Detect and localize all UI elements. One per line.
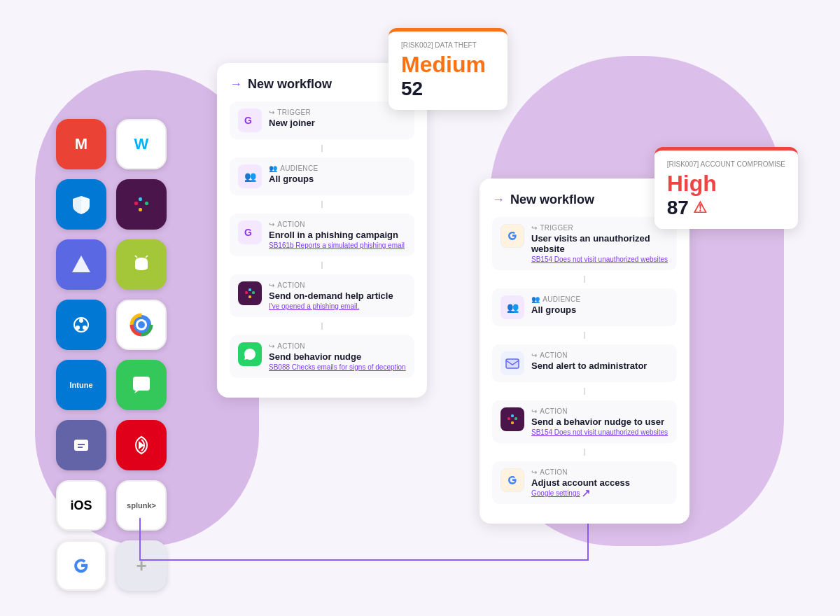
step-icon-google-r1: [500, 224, 524, 248]
app-icon-teams[interactable]: [56, 420, 106, 470]
workflow-left-title: → New workflow: [230, 77, 414, 92]
app-icon-defender[interactable]: [56, 179, 106, 230]
workflow-card-right: → New workflow ↪ Trigger User visits an …: [479, 178, 690, 524]
svg-line-8: [135, 255, 137, 258]
svg-rect-1: [139, 197, 142, 201]
workflow-left-step-4[interactable]: ↪ Action Send on-demand help article I'v…: [230, 274, 414, 317]
step-1-title: New joiner: [269, 118, 406, 128]
app-icon-ios[interactable]: iOS: [56, 480, 106, 531]
step-5-title: Send behavior nudge: [269, 351, 406, 362]
step-3-subtitle: SB161b Reports a simulated phishing emai…: [269, 241, 406, 249]
workflow-right-arrow: →: [492, 192, 505, 207]
risk-medium-code: [RISK002] DATA THEFT: [401, 41, 495, 49]
workflow-left-step-2[interactable]: 👥 👥 Audience All groups: [230, 158, 414, 195]
svg-point-11: [79, 318, 83, 323]
svg-rect-31: [507, 417, 510, 420]
step-icon-mail: [500, 351, 524, 375]
step-r1-subtitle: SB154 Does not visit unauthorized websit…: [531, 255, 668, 263]
workflow-left-step-3[interactable]: G ↪ Action Enroll in a phishing campaign…: [230, 214, 414, 256]
svg-rect-29: [506, 359, 519, 368]
app-icon-android[interactable]: [116, 239, 167, 290]
app-icons-grid: M W: [56, 119, 167, 591]
workflow-right-title: → New workflow: [492, 192, 677, 207]
workflow-right-step-1[interactable]: ↪ Trigger User visits an unauthorized we…: [492, 217, 677, 270]
svg-rect-21: [78, 444, 85, 445]
workflow-left-step-1[interactable]: G ↪ Trigger New joiner: [230, 102, 414, 139]
svg-rect-27: [252, 291, 255, 294]
step-1-content: ↪ Trigger New joiner: [269, 108, 406, 128]
step-icon-audience-r: 👥: [500, 295, 524, 319]
workflow-right-step-3[interactable]: ↪ Action Send alert to administrator: [492, 344, 677, 382]
risk-badge-medium: [RISK002] DATA THEFT Medium 52: [388, 28, 507, 110]
svg-point-12: [76, 326, 80, 330]
step-3-title: Enroll in a phishing campaign: [269, 230, 406, 240]
app-icon-chrome[interactable]: [116, 300, 167, 350]
step-r5-label: ↪ Action: [531, 468, 668, 476]
workflow-left-step-5[interactable]: ↪ Action Send behavior nudge SB088 Check…: [230, 335, 414, 378]
svg-rect-22: [78, 447, 83, 448]
svg-rect-3: [139, 208, 142, 211]
workflow-right-step-2[interactable]: 👥 👥 Audience All groups: [492, 288, 677, 326]
risk-high-code: [RISK007] ACCOUNT COMPROMISE: [667, 160, 785, 168]
step-icon-whatsapp: [238, 342, 262, 366]
step-2-content: 👥 Audience All groups: [269, 164, 406, 184]
step-5-subtitle: SB088 Checks emails for signs of decepti…: [269, 363, 406, 371]
svg-rect-32: [511, 414, 514, 417]
app-icon-google[interactable]: [56, 540, 106, 591]
svg-rect-34: [511, 421, 514, 424]
workflow-right-step-5[interactable]: ↪ Action Adjust account access Google se…: [492, 461, 677, 504]
app-icon-crowdstrike[interactable]: [116, 420, 167, 470]
step-icon-g1: G: [238, 108, 262, 132]
risk-badge-high: [RISK007] ACCOUNT COMPROMISE High 87 ⚠: [654, 147, 798, 229]
risk-high-score: 87 ⚠: [667, 197, 785, 219]
step-icon-google-r5: [500, 468, 524, 492]
step-r3-label: ↪ Action: [531, 351, 668, 359]
step-2-label: 👥 Audience: [269, 164, 406, 172]
step-icon-slack1: [238, 281, 262, 305]
step-4-label: ↪ Action: [269, 281, 406, 289]
app-icon-messages[interactable]: [116, 360, 167, 410]
risk-medium-score: 52: [401, 78, 495, 100]
risk-high-level: High: [667, 171, 785, 197]
step-3-label: ↪ Action: [269, 220, 406, 228]
svg-line-9: [146, 255, 148, 258]
step-1-label: ↪ Trigger: [269, 108, 406, 116]
step-5-label: ↪ Action: [269, 342, 406, 350]
svg-text:G: G: [244, 115, 252, 126]
svg-marker-5: [72, 255, 90, 272]
step-r1-title: User visits an unauthorized website: [531, 233, 668, 254]
step-icon-slack-r: [500, 407, 524, 431]
step-r2-content: 👥 Audience All groups: [531, 295, 668, 315]
step-icon-g2: G: [238, 220, 262, 244]
step-r1-content: ↪ Trigger User visits an unauthorized we…: [531, 224, 668, 263]
app-icon-copilot[interactable]: [56, 300, 106, 350]
step-4-subtitle: I've opened a phishing email.: [269, 302, 406, 310]
app-icon-splunk[interactable]: splunk>: [116, 480, 167, 531]
step-r4-label: ↪ Action: [531, 407, 668, 415]
step-r5-content: ↪ Action Adjust account access Google se…: [531, 468, 668, 497]
app-icon-gmail[interactable]: M: [56, 119, 106, 169]
step-r4-subtitle: SB154 Does not visit unauthorized websit…: [531, 428, 668, 436]
app-icon-intune[interactable]: Intune: [56, 360, 106, 410]
svg-rect-2: [145, 202, 148, 205]
svg-point-13: [83, 326, 87, 330]
step-5-content: ↪ Action Send behavior nudge SB088 Check…: [269, 342, 406, 371]
app-icon-slack[interactable]: [116, 179, 167, 230]
step-r3-title: Send alert to administrator: [531, 360, 668, 371]
workflow-right-step-4[interactable]: ↪ Action Send a behavior nudge to user S…: [492, 400, 677, 443]
app-icon-wrike[interactable]: W: [116, 119, 167, 169]
svg-text:G: G: [244, 227, 252, 238]
svg-rect-4: [134, 202, 138, 205]
step-r2-title: All groups: [531, 304, 668, 315]
svg-rect-26: [248, 288, 251, 291]
step-r4-content: ↪ Action Send a behavior nudge to user S…: [531, 407, 668, 436]
step-r5-title: Adjust account access: [531, 477, 668, 488]
app-icon-source[interactable]: [56, 239, 106, 290]
risk-medium-level: Medium: [401, 52, 495, 78]
step-icon-audience1: 👥: [238, 164, 262, 188]
step-3-content: ↪ Action Enroll in a phishing campaign S…: [269, 220, 406, 249]
svg-rect-25: [245, 291, 248, 294]
step-r3-content: ↪ Action Send alert to administrator: [531, 351, 668, 371]
app-icon-plus[interactable]: +: [116, 540, 167, 591]
step-r5-subtitle: Google settings: [531, 489, 668, 497]
